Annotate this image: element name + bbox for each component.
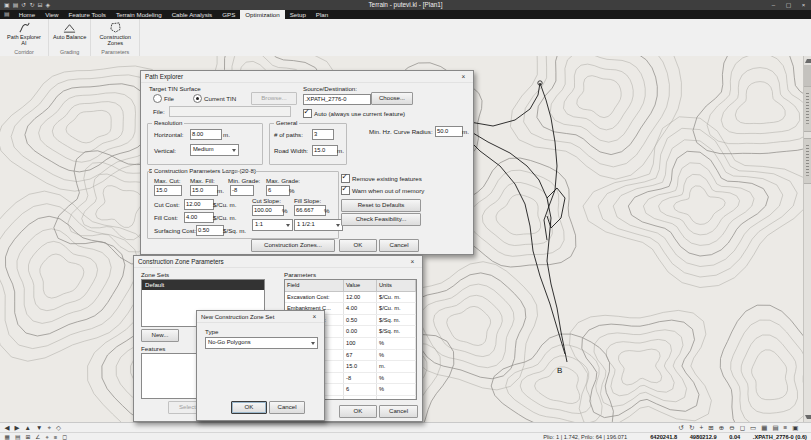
max-cut-input[interactable]: 15.0 (154, 185, 182, 196)
contour-line (606, 339, 674, 395)
print-icon[interactable]: ⊟ (37, 0, 42, 10)
menu-tab-plan[interactable]: Plan (311, 10, 333, 19)
cancel-button[interactable]: Cancel (269, 401, 305, 414)
new-zone-set-button[interactable]: New... (141, 329, 179, 342)
window-maximize-button[interactable]: ▢ (781, 0, 796, 10)
browse-button[interactable]: Browse... (251, 92, 297, 105)
menu-tab-terrain-modeling[interactable]: Terrain Modeling (111, 10, 167, 19)
max-grade-input[interactable]: 6 (266, 185, 290, 196)
warn-memory-checkbox[interactable]: ✓ Warn when out of memory (341, 186, 424, 195)
surfacing-cost-input[interactable]: 0.50 (196, 225, 224, 236)
cancel-button[interactable]: Cancel (379, 405, 418, 418)
choose-button[interactable]: Choose... (371, 92, 413, 105)
road-width-input[interactable]: 15.0 (312, 145, 338, 156)
num-paths-label: # of paths: (274, 131, 303, 138)
help-icon[interactable]: ◈ (45, 0, 50, 10)
fill-cost-input[interactable]: 4.00 (184, 212, 214, 223)
contour-line (564, 64, 634, 130)
radio-file[interactable]: File (153, 94, 174, 103)
scroll-down-icon[interactable] (805, 415, 811, 419)
dialog-title-bar[interactable]: New Construction Zone Set × (197, 311, 324, 323)
redo-icon[interactable]: ↻ (29, 0, 34, 10)
auto-balance-button[interactable]: Auto Balance (53, 20, 86, 40)
horizontal-input[interactable]: 8.00 (190, 129, 222, 140)
contour-line (447, 306, 491, 345)
type-select[interactable]: No-Go Polygons (205, 337, 318, 349)
table-cell: 0.00 (344, 326, 377, 337)
menu-tab-optimization[interactable]: Optimization (240, 10, 284, 19)
min-grade-input[interactable]: -8 (230, 185, 254, 196)
ok-button[interactable]: OK (339, 239, 377, 252)
window-controls: –▢× (766, 0, 811, 10)
contour-line (752, 350, 788, 400)
contour-line (598, 128, 797, 277)
grade-unit: % (289, 187, 295, 194)
profile-info: Plio: 1 | 1.742, Prilo: 64 | 196.071 (543, 434, 627, 440)
construction-zones-button[interactable]: Construction Zones (95, 20, 135, 46)
save-icon[interactable]: ▤ (13, 0, 19, 10)
reset-defaults-button[interactable]: Reset to Defaults (341, 199, 421, 212)
coordinate-readout: 6420241.8 4980212.9 0.04 .XPATH_2776-0 (… (639, 434, 807, 440)
undo-icon[interactable]: ↺ (21, 0, 26, 10)
window-close-button[interactable]: × (796, 0, 811, 10)
menu-tab-cable-analysis[interactable]: Cable Analysis (167, 10, 218, 19)
file-input[interactable] (169, 106, 291, 117)
contour-line (0, 191, 152, 361)
source-destination-input[interactable]: .XPATH_2776-0 (303, 94, 371, 105)
snap-toggle-icon[interactable]: ⊞ (23, 433, 33, 440)
check-feasibility-button[interactable]: Check Feasibility... (341, 213, 421, 226)
window-minimize-button[interactable]: – (766, 0, 781, 10)
surfacing-cost-label: Surfacing Cost: (154, 227, 196, 234)
dialog-title-bar[interactable]: Path Explorer × (141, 71, 473, 83)
checkbox-icon: ✓ (303, 109, 312, 118)
cut-slope-label: Cut Slope: (252, 197, 281, 204)
fill-slope-input[interactable]: 66.667 (294, 205, 326, 216)
grid-toggle-icon[interactable]: ▦ (2, 433, 12, 440)
table-cell: $/Sq. m. (377, 315, 416, 326)
box-toggle-icon[interactable]: ◻ (60, 433, 70, 440)
fill-slope-ratio-select[interactable]: 1 1/2:1 (294, 219, 343, 231)
close-icon[interactable]: × (458, 71, 469, 82)
close-icon[interactable]: × (309, 311, 320, 322)
curve-radius-input[interactable]: 50.0 (435, 126, 463, 137)
menu-tab-view[interactable]: View (40, 10, 63, 19)
menu-tab-home[interactable]: Home (14, 10, 41, 19)
app-icon[interactable]: ▣ (4, 0, 10, 10)
zone-set-item[interactable]: Default (142, 280, 264, 290)
side-panel-tab[interactable] (804, 138, 811, 184)
ok-button[interactable]: OK (231, 401, 267, 414)
menu-tab-feature-tools[interactable]: Feature Tools (64, 10, 111, 19)
menu-tab-setup[interactable]: Setup (285, 10, 311, 19)
vertical-scrollbar[interactable] (803, 56, 811, 422)
list-toggle-icon[interactable]: ≡ (51, 433, 59, 440)
remove-features-checkbox[interactable]: ✓ Remove existing features (341, 174, 422, 183)
table-cell: 15.0 (344, 396, 377, 400)
contour-line (659, 174, 740, 235)
angle-toggle-icon[interactable]: ∠ (33, 433, 43, 440)
radio-current-tin[interactable]: Current TIN (193, 94, 236, 103)
ribbon-button-label: Auto Balance (53, 34, 86, 40)
num-paths-input[interactable]: 3 (312, 129, 334, 140)
layer-toggle-icon[interactable]: ▤ (12, 433, 22, 440)
max-fill-input[interactable]: 15.0 (190, 185, 218, 196)
close-icon[interactable]: × (407, 256, 418, 267)
auto-feature-checkbox[interactable]: ✓ Auto (always use current feature) (303, 109, 405, 118)
scroll-up-icon[interactable] (805, 59, 811, 63)
side-panel-tab[interactable] (804, 86, 811, 132)
menu-tab-gps[interactable]: GPS (217, 10, 240, 19)
max-grade-label: Max. Grade: (266, 177, 300, 184)
auto-feature-label: Auto (always use current feature) (314, 110, 405, 117)
cut-slope-input[interactable]: 100.00 (252, 205, 284, 216)
crosshair-toggle-icon[interactable]: ⌖ (43, 433, 51, 440)
table-row[interactable]: Excavation Cost:12.00$/Cu. m. (285, 292, 416, 304)
vertical-select[interactable]: Medium (190, 144, 239, 156)
dialog-title-bar[interactable]: Construction Zone Parameters × (134, 256, 422, 268)
cut-slope-ratio-select[interactable]: 1:1 (252, 219, 293, 231)
construction-zones-button[interactable]: Construction Zones... (251, 239, 335, 252)
ok-button[interactable]: OK (339, 405, 377, 418)
contour-line (29, 241, 98, 310)
app-menu-icon[interactable]: ▤ (0, 10, 14, 19)
path-explorer-ai-button[interactable]: Path Explorer AI (4, 20, 44, 46)
cut-cost-input[interactable]: 12.00 (184, 199, 214, 210)
cancel-button[interactable]: Cancel (379, 239, 419, 252)
